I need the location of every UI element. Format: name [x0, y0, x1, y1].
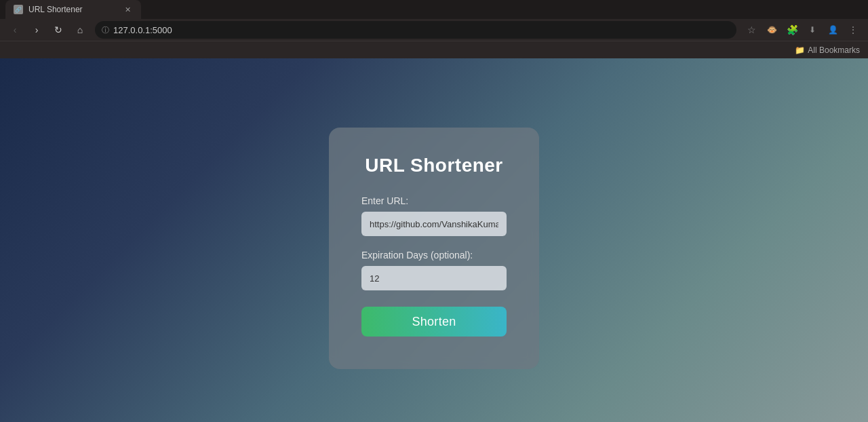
url-shortener-card: URL Shortener Enter URL: Expiration Days… [329, 128, 539, 369]
address-bar[interactable]: ⓘ 127.0.0.1:5000 [95, 21, 736, 39]
forward-button[interactable]: › [27, 20, 46, 39]
profile-icon[interactable]: 👤 [823, 20, 842, 39]
tab-close-button[interactable]: ✕ [122, 4, 133, 15]
back-button[interactable]: ‹ [5, 20, 24, 39]
tab-bar: 🔗 URL Shortener ✕ [0, 0, 868, 19]
bookmarks-folder-icon: 📁 [795, 45, 805, 55]
card-title: URL Shortener [361, 155, 507, 176]
tab-favicon: 🔗 [14, 5, 23, 14]
bookmarks-item[interactable]: 📁 All Bookmarks [795, 45, 860, 55]
lock-icon: ⓘ [102, 25, 109, 35]
bookmarks-bar: 📁 All Bookmarks [0, 41, 868, 58]
bookmarks-label: All Bookmarks [808, 45, 860, 55]
tab-title: URL Shortener [28, 5, 117, 14]
expiry-input[interactable] [361, 266, 507, 290]
toolbar-right: ☆ 🐵 🧩 ⬇ 👤 ⋮ [742, 20, 863, 39]
reload-button[interactable]: ↻ [49, 20, 68, 39]
expiry-label: Expiration Days (optional): [361, 250, 507, 261]
menu-icon[interactable]: ⋮ [844, 20, 863, 39]
browser-tab[interactable]: 🔗 URL Shortener ✕ [5, 0, 141, 19]
shorten-button[interactable]: Shorten [361, 307, 507, 337]
bookmark-star-icon[interactable]: ☆ [742, 20, 761, 39]
download-icon[interactable]: ⬇ [803, 20, 822, 39]
tampermonkey-icon[interactable]: 🐵 [762, 20, 781, 39]
url-label: Enter URL: [361, 195, 507, 206]
browser-chrome: 🔗 URL Shortener ✕ ‹ › ↻ ⌂ ⓘ 127.0.0.1:50… [0, 0, 868, 41]
address-text: 127.0.0.1:5000 [113, 25, 730, 35]
url-input[interactable] [361, 212, 507, 236]
home-button[interactable]: ⌂ [71, 20, 90, 39]
extensions-icon[interactable]: 🧩 [783, 20, 802, 39]
browser-toolbar: ‹ › ↻ ⌂ ⓘ 127.0.0.1:5000 ☆ 🐵 🧩 ⬇ 👤 ⋮ [0, 19, 868, 41]
page-content: URL Shortener Enter URL: Expiration Days… [0, 58, 868, 422]
